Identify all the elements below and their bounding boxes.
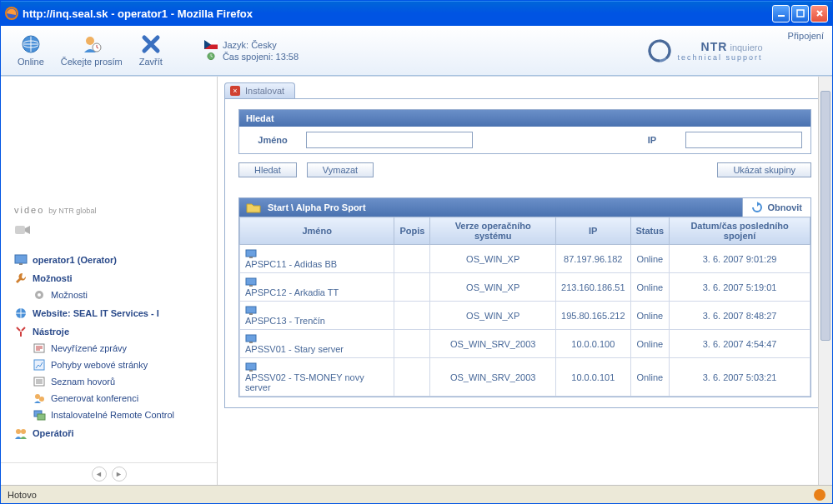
sidebar-tool-item[interactable]: Seznam hovorů [24, 373, 212, 390]
sidebar-tools[interactable]: Nástroje [6, 323, 212, 340]
window-controls [772, 5, 828, 22]
svg-rect-13 [19, 263, 23, 265]
search-button[interactable]: Hledat [238, 162, 297, 177]
svg-rect-18 [34, 360, 44, 370]
video-brand: video by NTR global [1, 202, 217, 218]
svg-rect-28 [246, 278, 256, 285]
lang-label: Jazyk: [223, 40, 248, 50]
search-name-input[interactable] [306, 132, 473, 148]
app-window: http://inq.seal.sk - operator1 - Mozilla… [0, 0, 833, 504]
logo-main: NTR [701, 40, 728, 53]
minimize-button[interactable] [772, 5, 790, 22]
cell-name: APSSV01 - Stary server [240, 330, 394, 358]
globe-icon [21, 34, 41, 54]
options-sub-label: Možnosti [51, 290, 88, 300]
pc-icon [245, 277, 257, 287]
cell-status: Online [630, 330, 670, 358]
col-name[interactable]: Jméno [240, 217, 394, 245]
video-by-label: by NTR global [48, 207, 96, 215]
sidebar-tool-item[interactable]: Generovat konferenci [24, 390, 212, 407]
refresh-button[interactable]: Obnovit [742, 198, 810, 217]
window-title: http://inq.seal.sk - operator1 - Mozilla… [23, 7, 772, 20]
titlebar: http://inq.seal.sk - operator1 - Mozilla… [1, 1, 832, 26]
online-button[interactable]: Online [9, 31, 53, 70]
tool-item-icon [33, 342, 46, 355]
table-row[interactable]: APSPC12 - Arkadia TTOS_WIN_XP213.160.186… [240, 273, 810, 302]
grid-table: Jméno Popis Verze operačního systému IP … [239, 217, 810, 397]
sidebar: video by NTR global operator1 (Oerator) … [1, 77, 218, 485]
gear-icon [33, 288, 46, 302]
sidebar-options[interactable]: Možnosti [6, 270, 212, 287]
tool-item-icon [33, 358, 46, 372]
sidebar-tool-item[interactable]: Pohyby webové stránky [24, 357, 212, 373]
cell-last: 3. 6. 2007 5:03:21 [670, 358, 810, 397]
refresh-icon [751, 202, 763, 213]
svg-rect-1 [778, 15, 785, 17]
scroll-left-button[interactable]: ◄ [92, 467, 107, 482]
cell-desc [394, 302, 430, 330]
cell-os: OS_WIN_SRV_2003 [430, 358, 556, 397]
tab-close-icon[interactable]: × [230, 86, 240, 96]
logo: NTR inquiero technical support [648, 39, 763, 62]
table-row[interactable]: APSPC13 - TrenčínOS_WIN_XP195.80.165.212… [240, 302, 810, 330]
svg-point-24 [16, 429, 21, 434]
toolbar: Online Čekejte prosím Zavřít Jazyk: Česk… [1, 26, 832, 76]
close-tool-button[interactable]: Zavřít [131, 31, 171, 70]
search-ip-label: IP [627, 135, 677, 145]
cell-ip: 213.160.186.51 [556, 273, 630, 302]
col-status[interactable]: Status [630, 217, 670, 245]
video-label: video [14, 205, 44, 215]
sidebar-tool-item[interactable]: Nevyřízené zprávy [24, 340, 212, 357]
body: video by NTR global operator1 (Oerator) … [1, 76, 832, 485]
cell-ip: 87.197.96.182 [556, 245, 630, 273]
scroll-thumb[interactable] [820, 91, 830, 341]
firefox-status-icon [814, 489, 825, 501]
clear-button[interactable]: Vymazat [307, 162, 374, 177]
search-name-label: Jméno [248, 135, 298, 145]
main-area: × Instalovat Hledat Jméno IP Hled [218, 77, 832, 485]
sidebar-operator[interactable]: operator1 (Oerator) [6, 252, 212, 268]
table-row[interactable]: APSPC11 - Adidas BBOS_WIN_XP87.197.96.18… [240, 245, 810, 273]
sidebar-tool-item[interactable]: Instalovatelné Remote Control [24, 407, 212, 423]
operators-label: Operátoři [33, 428, 74, 438]
tool-item-icon [33, 392, 46, 405]
cell-desc [394, 245, 430, 273]
search-ip-input[interactable] [685, 132, 802, 148]
close-button[interactable] [810, 5, 828, 22]
cell-os: OS_WIN_XP [430, 273, 556, 302]
search-title: Hledat [239, 110, 810, 127]
col-os[interactable]: Verze operačního systému [430, 217, 556, 245]
tools-label: Nástroje [33, 327, 69, 337]
main-scrollbar[interactable] [818, 77, 832, 485]
options-label: Možnosti [33, 273, 73, 283]
grid-path: Start \ Alpha Pro Sport [268, 202, 366, 212]
statusbar: Hotovo [1, 485, 832, 503]
table-row[interactable]: APSSV02 - TS-MONEY novy serverOS_WIN_SRV… [240, 358, 810, 397]
time-label: Čas spojeni: [223, 52, 273, 62]
show-groups-button[interactable]: Ukázat skupiny [717, 162, 811, 177]
cell-last: 3. 6. 2007 9:01:29 [670, 245, 810, 273]
svg-rect-33 [249, 342, 253, 343]
svg-rect-2 [797, 10, 804, 17]
monitor-icon [14, 253, 28, 267]
sidebar-options-sub[interactable]: Možnosti [24, 287, 212, 303]
users-icon [14, 427, 28, 440]
col-desc[interactable]: Popis [394, 217, 430, 245]
sidebar-operators[interactable]: Operátoři [6, 425, 212, 442]
col-ip[interactable]: IP [556, 217, 630, 245]
sidebar-website[interactable]: Website: SEAL IT Services - I [6, 305, 212, 322]
time-value: 13:58 [276, 52, 299, 62]
nav-tree: operator1 (Oerator) Možnosti Možnosti We… [1, 242, 217, 450]
col-last[interactable]: Datum/čas posledního spojení [670, 217, 810, 245]
maximize-button[interactable] [791, 5, 809, 22]
table-row[interactable]: APSSV01 - Stary serverOS_WIN_SRV_200310.… [240, 330, 810, 358]
scroll-right-button[interactable]: ► [112, 467, 127, 482]
tab-instalovat[interactable]: × Instalovat [224, 82, 295, 98]
logo-sub1: inquiero [730, 42, 762, 52]
svg-rect-34 [246, 363, 256, 370]
wait-button[interactable]: Čekejte prosím [53, 31, 131, 70]
cell-name: APSPC11 - Adidas BB [240, 245, 394, 273]
cell-status: Online [630, 302, 670, 330]
cell-os: OS_WIN_SRV_2003 [430, 330, 556, 358]
x-icon [141, 34, 161, 54]
